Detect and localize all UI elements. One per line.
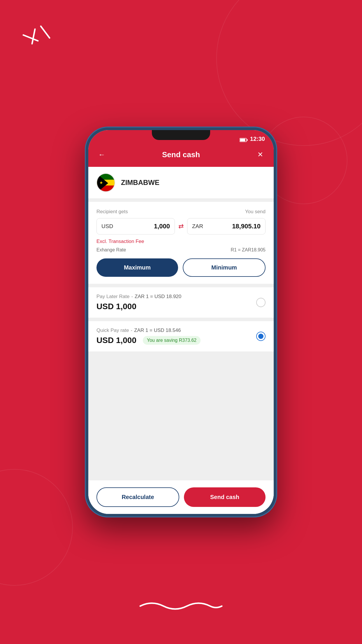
maximum-button[interactable]: Maximum [96, 258, 178, 277]
flag-star: ★ [99, 180, 103, 185]
squiggle-decoration [137, 597, 225, 615]
phone-frame: 12:30 ← Send cash ✕ ★ ZIMBABWE [85, 127, 277, 517]
svg-line-2 [23, 35, 38, 41]
battery-icon [240, 138, 248, 142]
saving-badge: You are saving R373.62 [143, 336, 201, 345]
sender-label: You send [245, 209, 266, 215]
recipient-amount: 1,000 [154, 223, 170, 230]
power-button [277, 185, 277, 205]
pay-later-title: Pay Later Rate - ZAR 1 = USD 18.920 [96, 294, 181, 300]
app-header: ← Send cash ✕ [88, 145, 274, 167]
sender-amount: 18,905.10 [232, 223, 261, 230]
spacer [88, 355, 274, 480]
exchange-label: Exhange Rate [96, 247, 126, 253]
pay-later-title-text: Pay Later Rate [96, 294, 129, 300]
quick-pay-card[interactable]: Quick Pay rate - ZAR 1 = USD 18.546 USD … [88, 321, 274, 351]
minimum-button[interactable]: Minimum [183, 258, 266, 277]
sender-currency-code: ZAR [192, 223, 203, 230]
pay-later-radio[interactable] [256, 298, 266, 307]
close-button[interactable]: ✕ [255, 149, 266, 160]
currency-labels: Recipient gets You send [96, 209, 266, 215]
svg-line-0 [41, 26, 50, 38]
volume-up-button [85, 191, 85, 214]
quick-pay-rate-detail: ZAR 1 = USD 18.546 [134, 328, 181, 333]
send-cash-button[interactable]: Send cash [184, 487, 266, 507]
svg-line-1 [32, 29, 35, 44]
exchange-value: R1 = ZAR18.905 [231, 247, 266, 253]
status-time: 12:30 [250, 136, 265, 142]
exchange-rate-row: Exhange Rate R1 = ZAR18.905 [96, 247, 266, 253]
notch [152, 130, 210, 140]
svg-rect-4 [240, 139, 245, 141]
recipient-input-box[interactable]: USD 1,000 [96, 218, 175, 235]
flag-zimbabwe: ★ [96, 173, 115, 192]
recipient-label: Recipient gets [96, 209, 128, 215]
quick-pay-amount: USD 1,000 [96, 336, 136, 345]
swap-icon[interactable]: ⇄ [178, 223, 184, 230]
recalculate-button[interactable]: Recalculate [96, 487, 179, 507]
rate-buttons: Maximum Minimum [96, 258, 266, 277]
pay-later-card[interactable]: Pay Later Rate - ZAR 1 = USD 18.920 USD … [88, 287, 274, 318]
quick-pay-dash: - [131, 328, 133, 333]
currency-inputs: USD 1,000 ⇄ ZAR 18,905.10 [96, 218, 266, 235]
bottom-buttons: Recalculate Send cash [88, 480, 274, 514]
pay-later-dash: - [131, 294, 133, 300]
screen-content: ★ ZIMBABWE Recipient gets You send USD 1… [88, 167, 274, 514]
svg-rect-5 [247, 139, 247, 141]
mute-button [85, 173, 85, 186]
pay-later-left: Pay Later Rate - ZAR 1 = USD 18.920 USD … [96, 294, 181, 311]
excl-fee-text: Excl. Transaction Fee [96, 239, 266, 244]
phone-screen: 12:30 ← Send cash ✕ ★ ZIMBABWE [88, 130, 274, 514]
quick-pay-title: Quick Pay rate - ZAR 1 = USD 18.546 [96, 328, 201, 333]
pay-later-rate-detail: ZAR 1 = USD 18.920 [135, 294, 181, 300]
sparkle-decoration [17, 23, 55, 61]
pay-later-amount: USD 1,000 [96, 302, 181, 311]
quick-pay-left: Quick Pay rate - ZAR 1 = USD 18.546 USD … [96, 328, 201, 345]
country-name: ZIMBABWE [121, 178, 159, 187]
country-card[interactable]: ★ ZIMBABWE [88, 167, 274, 198]
sender-input-box[interactable]: ZAR 18,905.10 [187, 218, 266, 235]
back-button[interactable]: ← [96, 149, 107, 160]
recipient-currency-code: USD [101, 223, 113, 230]
volume-down-button [85, 218, 85, 242]
quick-pay-title-text: Quick Pay rate [96, 328, 129, 333]
header-title: Send cash [110, 150, 252, 159]
currency-section: Recipient gets You send USD 1,000 ⇄ ZAR … [88, 202, 274, 284]
quick-pay-radio[interactable] [256, 332, 266, 341]
